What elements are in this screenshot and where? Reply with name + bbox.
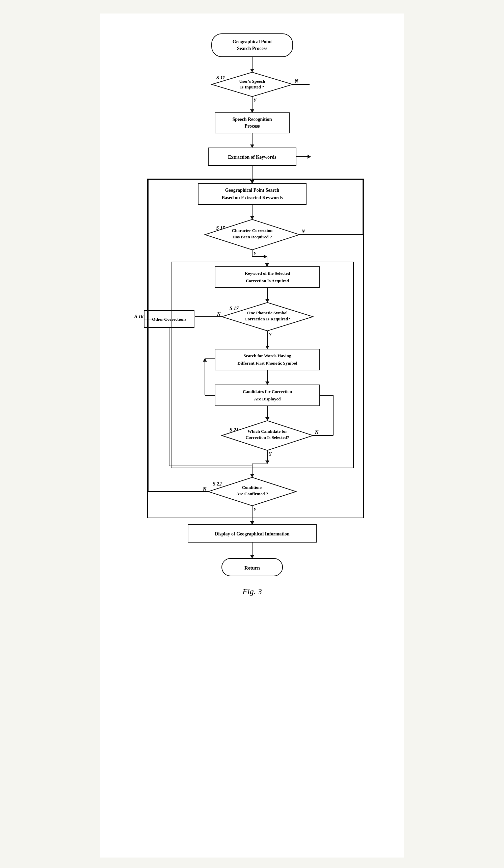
svg-text:Correction Is Selected?: Correction Is Selected? [245, 435, 289, 440]
svg-text:S 22: S 22 [212, 481, 222, 486]
svg-text:One Phonetic Symbol: One Phonetic Symbol [247, 310, 288, 315]
svg-marker-75 [203, 358, 207, 362]
svg-text:Which Candidate for: Which Candidate for [247, 429, 287, 434]
svg-rect-0 [212, 34, 293, 57]
s15-node: S 15 Character Correction Has Been Requi… [205, 219, 330, 250]
page: Geographical Point Search Process S 11 U… [100, 13, 404, 858]
svg-text:Y: Y [254, 251, 257, 256]
svg-text:Correction Is Acquired: Correction Is Acquired [245, 278, 289, 283]
s16-node: S 16 Keyword of the Selected Correction … [215, 267, 320, 288]
svg-marker-42 [264, 255, 267, 259]
svg-text:Return: Return [244, 565, 260, 570]
end-node: Return [222, 558, 282, 576]
svg-text:Extraction of Keywords: Extraction of Keywords [228, 155, 277, 160]
s23-node: S 23 Display of Geographical Information [188, 525, 316, 542]
svg-text:N: N [294, 79, 298, 84]
svg-marker-92 [250, 474, 254, 477]
svg-text:S 18: S 18 [134, 314, 143, 319]
svg-marker-68 [265, 382, 269, 385]
svg-rect-28 [198, 184, 306, 205]
svg-marker-100 [250, 521, 254, 525]
svg-text:Are Confirmed ?: Are Confirmed ? [236, 491, 268, 496]
svg-text:Speech Recognition: Speech Recognition [232, 117, 272, 122]
s13-node: S 13 Extraction of Keywords [208, 148, 296, 165]
s14-node: S 14 Geographical Point Search Based on … [198, 184, 306, 205]
svg-marker-24 [308, 155, 311, 159]
svg-marker-62 [265, 346, 269, 349]
svg-text:N: N [301, 229, 305, 234]
svg-text:Geographical Point Search: Geographical Point Search [225, 188, 279, 193]
start-node: Geographical Point Search Process [212, 34, 293, 57]
svg-rect-64 [215, 349, 320, 370]
s19-node: S 19 Search for Words Having Different F… [215, 349, 320, 370]
svg-marker-118 [250, 555, 254, 558]
svg-text:N: N [216, 312, 220, 317]
svg-text:User's Speech: User's Speech [239, 79, 265, 84]
svg-marker-89 [265, 461, 269, 464]
svg-text:Display of Geographical Inform: Display of Geographical Information [215, 531, 289, 536]
svg-text:Has Been Required ?: Has Been Required ? [232, 234, 272, 239]
s12-node: S 12 Speech Recognition Process [215, 113, 289, 133]
svg-text:Y: Y [254, 507, 257, 512]
svg-text:S 11: S 11 [216, 75, 225, 80]
svg-marker-19 [250, 145, 254, 148]
svg-text:Y: Y [254, 98, 257, 103]
svg-text:Process: Process [244, 124, 260, 128]
svg-text:Keyword of the Selected: Keyword of the Selected [244, 271, 290, 276]
svg-text:Correction Is Required?: Correction Is Required? [244, 316, 290, 321]
svg-text:Search for Words Having: Search for Words Having [244, 353, 291, 358]
svg-text:Geographical Point: Geographical Point [232, 39, 272, 44]
svg-text:Y: Y [269, 452, 272, 457]
s11-node: S 11 User's Speech Is Inputted ? N [212, 72, 310, 96]
svg-rect-70 [215, 385, 320, 406]
svg-text:Are Displayed: Are Displayed [254, 396, 281, 401]
svg-marker-4 [250, 69, 254, 72]
svg-text:Based on Extracted Keywords: Based on Extracted Keywords [222, 195, 282, 200]
flowchart-svg: Geographical Point Search Process S 11 U… [121, 27, 384, 830]
svg-marker-13 [250, 110, 254, 113]
svg-marker-50 [265, 299, 269, 302]
svg-text:Conditions: Conditions [242, 485, 262, 490]
svg-rect-15 [215, 113, 289, 133]
svg-text:Y: Y [269, 332, 272, 337]
s17-node: S 17 One Phonetic Symbol Correction Is R… [195, 302, 313, 331]
svg-marker-26 [250, 180, 254, 184]
s20-node: S 20 Candidates for Correction Are Displ… [215, 385, 320, 406]
svg-text:N: N [202, 486, 206, 492]
svg-text:Candidates for Correction: Candidates for Correction [243, 389, 292, 394]
svg-text:Is Inputted ?: Is Inputted ? [240, 84, 264, 90]
svg-marker-78 [265, 417, 269, 421]
svg-text:N: N [315, 430, 319, 435]
figure-label: Fig. 3 [242, 587, 261, 596]
svg-text:Search Process: Search Process [237, 46, 267, 51]
svg-marker-44 [265, 264, 269, 267]
svg-text:S 17: S 17 [229, 306, 239, 311]
svg-text:Character Correction: Character Correction [232, 228, 272, 233]
svg-marker-32 [250, 216, 254, 219]
svg-rect-46 [215, 267, 320, 288]
svg-text:Different First Phonetic Symbo: Different First Phonetic Symbol [237, 361, 297, 366]
s22-node: S 22 Conditions Are Confirmed ? N [202, 477, 296, 506]
